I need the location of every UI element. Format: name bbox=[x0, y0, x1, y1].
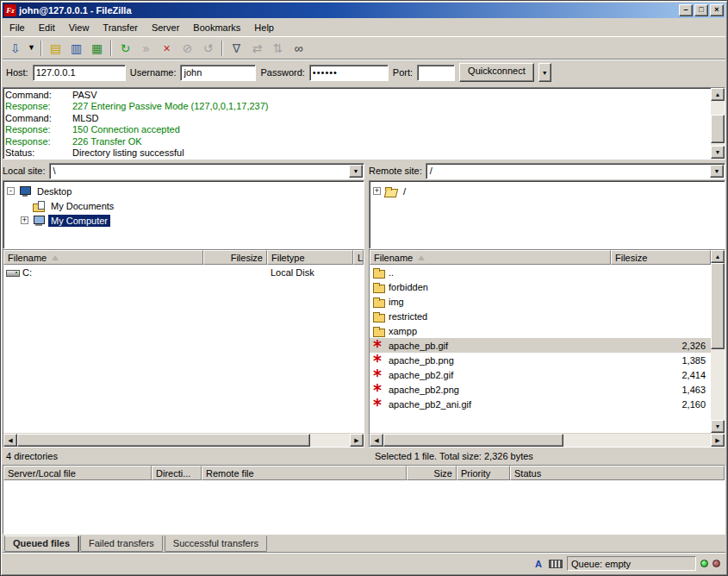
file-row[interactable]: forbidden bbox=[370, 279, 711, 294]
column-header-remote-file[interactable]: Remote file bbox=[202, 466, 407, 480]
password-input[interactable] bbox=[309, 65, 389, 81]
file-row[interactable]: img bbox=[370, 294, 711, 309]
log-line-text: 150 Connection accepted bbox=[72, 124, 180, 135]
expand-toggle-icon[interactable]: + bbox=[21, 216, 28, 224]
cancel-operation-button[interactable]: × bbox=[157, 39, 177, 58]
site-manager-button[interactable]: ⇩ bbox=[5, 39, 25, 58]
column-header-size[interactable]: Size bbox=[407, 466, 457, 480]
menu-item[interactable]: Transfer bbox=[96, 20, 145, 35]
file-row[interactable]: apache_pb.png 1,385 bbox=[370, 353, 711, 367]
local-site-combobox[interactable]: \ bbox=[49, 163, 364, 179]
reconnect-button[interactable]: ↺ bbox=[198, 39, 218, 58]
scroll-up-icon[interactable] bbox=[711, 250, 725, 263]
file-row[interactable]: apache_pb2.gif 2,414 bbox=[370, 367, 711, 382]
menu-item[interactable]: Help bbox=[247, 20, 281, 35]
file-name: img bbox=[389, 297, 404, 307]
scroll-thumb[interactable] bbox=[383, 434, 563, 447]
filter-button[interactable]: ∇ bbox=[227, 39, 246, 58]
refresh-button[interactable]: ↻ bbox=[115, 39, 135, 58]
column-header-priority[interactable]: Priority bbox=[457, 466, 510, 480]
log-line: Status: Directory listing successful bbox=[5, 147, 709, 159]
remote-directory-tree: + / bbox=[369, 180, 725, 249]
column-header-filetype[interactable]: Filetype bbox=[267, 250, 353, 265]
scroll-track[interactable] bbox=[711, 101, 725, 146]
file-row[interactable]: restricted bbox=[370, 309, 711, 323]
transfer-queue-list[interactable] bbox=[3, 480, 725, 534]
toggle-message-log-button[interactable]: ▤ bbox=[46, 39, 65, 58]
expand-toggle-icon[interactable]: - bbox=[7, 187, 15, 195]
remote-horizontal-scrollbar[interactable] bbox=[370, 433, 725, 447]
local-site-value: \ bbox=[53, 166, 56, 176]
port-input[interactable] bbox=[417, 65, 455, 81]
column-header-lastmodified[interactable]: L bbox=[353, 250, 364, 265]
title-bar[interactable]: Fz john@127.0.0.1 - FileZilla – □ × bbox=[3, 3, 725, 18]
local-horizontal-scrollbar[interactable] bbox=[3, 433, 364, 447]
tree-item-label: My Computer bbox=[48, 215, 110, 227]
process-queue-button[interactable]: » bbox=[136, 39, 156, 58]
file-row[interactable]: apache_pb2.png 1,463 bbox=[370, 382, 711, 397]
scroll-thumb[interactable] bbox=[17, 434, 310, 447]
find-files-button[interactable]: ∞ bbox=[289, 39, 308, 58]
disconnect-button[interactable]: ⊘ bbox=[177, 39, 197, 58]
host-label: Host: bbox=[6, 67, 28, 78]
scroll-right-icon[interactable] bbox=[711, 434, 725, 447]
file-row[interactable]: apache_pb2_ani.gif 2,160 bbox=[370, 397, 711, 411]
scroll-right-icon[interactable] bbox=[350, 434, 364, 447]
tree-item[interactable]: + / bbox=[370, 184, 725, 198]
menu-item[interactable]: Bookmarks bbox=[186, 20, 247, 35]
toggle-local-tree-button[interactable]: ▥ bbox=[66, 39, 86, 58]
folder-icon bbox=[372, 310, 386, 322]
log-scrollbar[interactable] bbox=[711, 88, 725, 159]
scroll-down-icon[interactable] bbox=[711, 420, 725, 433]
file-row[interactable]: apache_pb.gif 2,326 bbox=[370, 338, 711, 353]
tree-item[interactable]: - Desktop bbox=[3, 184, 364, 198]
column-header-filename[interactable]: Filename bbox=[370, 250, 611, 265]
host-input[interactable] bbox=[33, 65, 126, 81]
menu-item[interactable]: View bbox=[62, 20, 96, 35]
quickconnect-dropdown-icon[interactable] bbox=[538, 63, 551, 82]
scroll-left-icon[interactable] bbox=[3, 434, 17, 447]
scroll-left-icon[interactable] bbox=[370, 434, 383, 447]
toggle-remote-tree-button[interactable]: ▦ bbox=[87, 39, 107, 58]
tree-item[interactable]: + My Computer bbox=[3, 213, 364, 228]
minimize-button[interactable]: – bbox=[679, 4, 693, 16]
scroll-thumb[interactable] bbox=[711, 115, 725, 144]
file-row[interactable]: .. bbox=[370, 265, 711, 279]
log-line-type: Status: bbox=[5, 147, 72, 159]
scroll-up-icon[interactable] bbox=[711, 88, 725, 101]
file-size: 1,463 bbox=[611, 385, 711, 395]
combo-dropdown-icon[interactable] bbox=[349, 165, 363, 178]
column-header-server-local-file[interactable]: Server/Local file bbox=[3, 466, 152, 480]
column-header-filename[interactable]: Filename bbox=[3, 250, 203, 265]
log-line-type: Response: bbox=[5, 101, 72, 112]
queue-tab[interactable]: Queued files bbox=[4, 535, 78, 552]
column-header-filesize[interactable]: Filesize bbox=[203, 250, 267, 265]
queue-tab[interactable]: Failed transfers bbox=[80, 535, 163, 552]
scroll-thumb[interactable] bbox=[711, 263, 725, 349]
menu-item[interactable]: Edit bbox=[32, 20, 62, 35]
queue-header: Server/Local file Directi... Remote file… bbox=[3, 466, 725, 480]
toolbar-separator bbox=[110, 41, 112, 56]
tree-item[interactable]: My Documents bbox=[3, 198, 364, 213]
column-header-filesize[interactable]: Filesize bbox=[611, 250, 711, 265]
compare-directories-button[interactable]: ⇄ bbox=[247, 39, 267, 58]
expand-toggle-icon[interactable]: + bbox=[373, 187, 381, 195]
column-header-direction[interactable]: Directi... bbox=[152, 466, 202, 480]
close-button[interactable]: × bbox=[710, 4, 724, 16]
file-row[interactable]: xampp bbox=[370, 323, 711, 338]
send-led-icon bbox=[712, 560, 720, 567]
combo-dropdown-icon[interactable] bbox=[710, 165, 724, 178]
site-manager-dropdown-button[interactable]: ▼ bbox=[26, 39, 37, 58]
scroll-down-icon[interactable] bbox=[711, 146, 725, 159]
maximize-button[interactable]: □ bbox=[694, 4, 708, 16]
remote-vertical-scrollbar[interactable] bbox=[711, 250, 725, 433]
username-input[interactable] bbox=[180, 65, 256, 81]
file-row[interactable]: C: Local Disk bbox=[3, 265, 364, 279]
remote-site-combobox[interactable]: / bbox=[426, 163, 725, 179]
menu-item[interactable]: File bbox=[3, 20, 32, 35]
menu-item[interactable]: Server bbox=[145, 20, 186, 35]
column-header-status[interactable]: Status bbox=[510, 466, 725, 480]
queue-tab[interactable]: Successful transfers bbox=[165, 535, 267, 552]
sync-browsing-button[interactable]: ⇅ bbox=[268, 39, 288, 58]
quickconnect-button[interactable]: Quickconnect bbox=[459, 63, 534, 82]
